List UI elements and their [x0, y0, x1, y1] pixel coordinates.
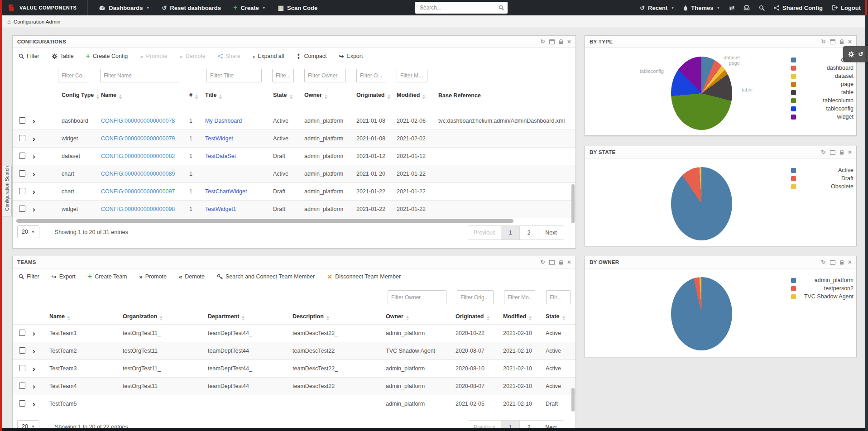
row-checkbox[interactable]	[19, 153, 25, 159]
column-header-state[interactable]: State	[273, 87, 304, 104]
expand-chevron-icon[interactable]: ›	[33, 170, 35, 178]
sort-icon[interactable]	[160, 316, 163, 321]
row-checkbox[interactable]	[19, 383, 25, 389]
column-header-name[interactable]: Name	[101, 87, 189, 104]
search-connect-team-member-button[interactable]: Search and Connect Team Member	[217, 273, 315, 280]
cell-title[interactable]: TestDataSet	[205, 153, 236, 159]
by-type-pie-chart[interactable]	[671, 57, 732, 130]
promote-button[interactable]: » Promote	[140, 53, 167, 60]
panel-close-icon[interactable]: ×	[567, 259, 571, 265]
cell-title[interactable]: TestChartWidget	[205, 188, 247, 195]
sort-icon[interactable]	[290, 95, 293, 99]
reset-dashboards-button[interactable]: ↺ Reset dashboards	[162, 5, 221, 11]
panel-window-icon[interactable]	[549, 39, 555, 44]
row-checkbox[interactable]	[19, 188, 25, 194]
panel-refresh-icon[interactable]: ↻	[540, 259, 545, 265]
filter-button[interactable]: Filter	[19, 273, 39, 280]
filter-state-input[interactable]	[272, 69, 294, 82]
column-header-modified[interactable]: Modified	[397, 87, 438, 104]
page-2-button[interactable]: 2	[519, 225, 538, 240]
filter-owner-input[interactable]	[388, 290, 446, 304]
filter-config-type-input[interactable]	[58, 69, 89, 82]
filter-title-input[interactable]	[206, 69, 262, 82]
column-header-state[interactable]: State	[546, 310, 575, 325]
sync-button[interactable]: ⇄	[729, 4, 734, 11]
expand-chevron-icon[interactable]: ›	[33, 382, 35, 391]
cell-name[interactable]: CONFIG:0000000000000098	[101, 206, 175, 212]
sort-icon[interactable]	[487, 316, 489, 321]
compact-button[interactable]: Compact	[296, 53, 326, 59]
create-config-button[interactable]: + Create Config	[86, 53, 128, 60]
expand-chevron-icon[interactable]: ›	[33, 329, 35, 338]
filter-button[interactable]: Filter	[19, 53, 39, 59]
legend-item[interactable]: dataset	[791, 72, 854, 80]
sort-icon[interactable]	[195, 95, 198, 99]
panel-window-icon[interactable]	[549, 260, 555, 265]
sort-icon[interactable]	[562, 316, 565, 321]
cell-title[interactable]: My Dashboard	[205, 118, 242, 124]
search-icon[interactable]	[499, 5, 504, 10]
legend-item[interactable]: dashboard	[791, 64, 854, 72]
filter-name-input[interactable]	[100, 69, 180, 82]
panel-refresh-icon[interactable]: ↻	[821, 259, 825, 265]
themes-menu[interactable]: Themes ▼	[683, 5, 720, 11]
column-header-owner[interactable]: Owner	[304, 87, 356, 104]
expand-all-button[interactable]: › Expand all	[253, 53, 284, 60]
row-checkbox[interactable]	[19, 347, 25, 354]
panel-refresh-icon[interactable]: ↻	[821, 149, 825, 155]
sort-icon[interactable]	[422, 95, 425, 99]
scan-code-button[interactable]: ▦ Scan Code	[278, 4, 317, 11]
panel-close-icon[interactable]: ×	[848, 149, 852, 155]
legend-item[interactable]: Draft	[791, 174, 854, 182]
column-header-config_type[interactable]: Config Type	[62, 87, 101, 104]
sort-icon[interactable]	[529, 316, 532, 321]
panel-lock-icon[interactable]	[839, 39, 844, 44]
row-checkbox[interactable]	[19, 117, 25, 124]
demote-button[interactable]: « Demote	[179, 273, 205, 280]
legend-item[interactable]: page	[791, 80, 854, 88]
sort-icon[interactable]	[67, 316, 70, 321]
column-header-name[interactable]: Name	[49, 310, 123, 325]
cell-name[interactable]: CONFIG:0000000000000082	[101, 153, 175, 159]
column-header-department[interactable]: Department	[208, 310, 293, 325]
page-1-button[interactable]: 1	[501, 225, 520, 240]
next-page-button[interactable]: Next	[538, 225, 564, 240]
expand-chevron-icon[interactable]: ›	[33, 187, 35, 196]
sort-icon[interactable]	[388, 95, 390, 99]
sort-icon[interactable]	[219, 95, 222, 99]
shared-config-button[interactable]: Shared Config	[774, 5, 823, 11]
legend-item[interactable]: Active	[791, 166, 854, 174]
column-header-owner[interactable]: Owner	[386, 310, 456, 325]
export-button[interactable]: ↪ Export	[52, 273, 76, 280]
filter-originated-input[interactable]	[457, 290, 494, 304]
panel-window-icon[interactable]	[830, 39, 835, 44]
panel-lock-icon[interactable]	[839, 150, 844, 155]
sort-icon[interactable]	[96, 95, 99, 99]
column-header-originated[interactable]: Originated	[356, 87, 397, 104]
panel-lock-icon[interactable]	[559, 260, 563, 265]
filter-modified-input[interactable]	[504, 290, 535, 304]
expand-chevron-icon[interactable]: ›	[33, 400, 35, 408]
column-header-organization[interactable]: Organization	[123, 310, 208, 325]
share-button[interactable]: Share	[218, 53, 240, 59]
panel-window-icon[interactable]	[830, 260, 835, 265]
sort-icon[interactable]	[242, 316, 245, 321]
gear-icon[interactable]	[848, 51, 854, 57]
panel-window-icon[interactable]	[830, 150, 835, 155]
logout-button[interactable]: Logout	[832, 5, 861, 11]
expand-chevron-icon[interactable]: ›	[33, 347, 35, 355]
cell-name[interactable]: CONFIG:0000000000000097	[101, 188, 175, 195]
legend-item[interactable]: admin_platform	[791, 276, 854, 284]
filter-originated-input[interactable]	[356, 69, 386, 82]
panel-close-icon[interactable]: ×	[567, 38, 571, 45]
legend-item[interactable]: testperson2	[791, 284, 854, 292]
panel-close-icon[interactable]: ×	[848, 259, 852, 265]
expand-chevron-icon[interactable]: ›	[33, 117, 35, 125]
filter-owner-input[interactable]	[304, 69, 346, 82]
column-header-description[interactable]: Description	[293, 310, 386, 325]
horizontal-scrollbar[interactable]	[16, 219, 513, 223]
row-checkbox[interactable]	[19, 365, 25, 371]
legend-item[interactable]: Obsolete	[791, 182, 854, 191]
dashboards-menu[interactable]: Dashboards ▼	[99, 5, 149, 11]
cell-name[interactable]: CONFIG:0000000000000089	[101, 171, 175, 177]
